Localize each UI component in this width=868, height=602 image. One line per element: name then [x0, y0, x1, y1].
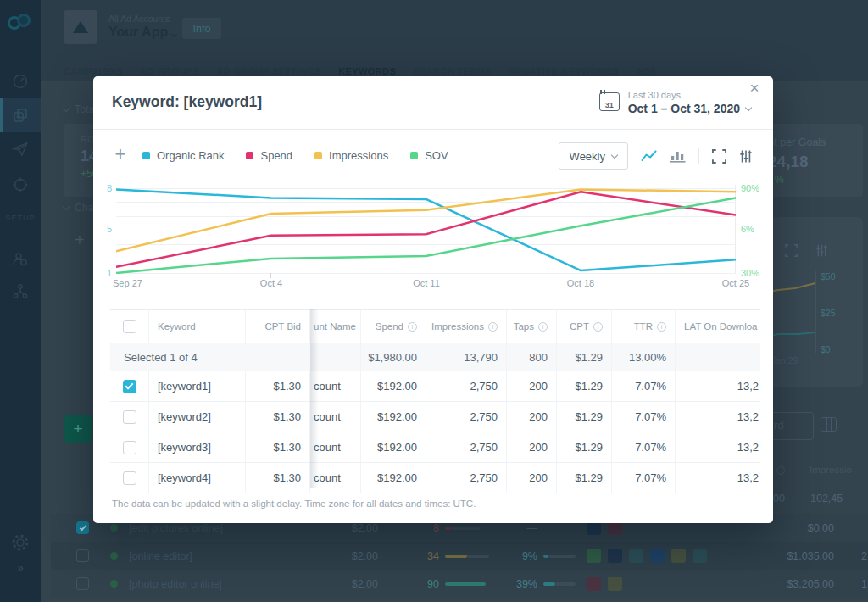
keyword-cell: [keyword4] — [149, 463, 246, 493]
account-name-cell: count — [310, 402, 361, 432]
cpt-cell: $1.29 — [557, 371, 612, 401]
x-axis-label: Oct 11 — [401, 278, 452, 288]
cpt-cell: $1.29 — [557, 463, 612, 493]
legend-swatch — [410, 152, 418, 159]
legend-swatch — [246, 152, 253, 159]
ttr-cell: 7.07% — [612, 432, 676, 462]
chevron-down-icon — [611, 151, 618, 158]
column-header-account-name[interactable]: unt Name — [310, 310, 361, 343]
table-row[interactable]: [keyword4] $1.30 count $192.00 2,750 200… — [110, 463, 760, 493]
x-axis-label: Oct 18 — [555, 278, 606, 288]
right-axis-tick: 6% — [741, 224, 754, 234]
legend-item-sov[interactable]: SOV — [410, 149, 448, 162]
ttr-cell: 7.07% — [612, 463, 676, 493]
right-axis-tick: 90% — [741, 183, 760, 193]
lat-cell: 13,2 — [676, 402, 760, 432]
legend-swatch — [314, 152, 322, 159]
modal-keywords-table: Keyword CPT Bid unt Name Spend Impressio… — [110, 309, 760, 493]
summary-lat — [676, 343, 760, 371]
column-header-cpt-bid[interactable]: CPT Bid — [246, 310, 310, 343]
summary-taps: 800 — [507, 343, 557, 371]
table-row[interactable]: [keyword3] $1.30 count $192.00 2,750 200… — [110, 432, 760, 463]
table-summary-row: Selected 1 of 4 $1,980.00 13,790 800 $1.… — [110, 343, 760, 371]
left-axis-tick: 8 — [93, 183, 112, 193]
row-checkbox[interactable] — [123, 380, 136, 393]
column-header-spend[interactable]: Spend — [361, 310, 426, 343]
right-axis-tick: 30% — [741, 268, 760, 278]
spend-cell: $192.00 — [361, 432, 426, 462]
keyword-cell: [keyword3] — [149, 432, 246, 462]
table-row[interactable]: [keyword2] $1.30 count $192.00 2,750 200… — [110, 402, 760, 432]
taps-cell: 200 — [507, 371, 557, 401]
taps-cell: 200 — [507, 432, 557, 462]
summary-cpt: $1.29 — [557, 343, 612, 371]
impressions-cell: 2,750 — [426, 402, 507, 432]
summary-ttr: 13.00% — [612, 343, 676, 371]
impressions-cell: 2,750 — [426, 371, 507, 401]
x-axis-label: Sep 27 — [113, 278, 155, 288]
column-header-taps[interactable]: Taps — [507, 310, 557, 343]
spend-cell: $192.00 — [361, 371, 426, 401]
column-header-cpt[interactable]: CPT — [557, 310, 612, 343]
modal-title: Keyword: [keyword1] — [112, 93, 262, 111]
date-preset-label: Last 30 days — [628, 90, 751, 100]
timeseries-chart[interactable] — [116, 185, 736, 274]
divider — [698, 148, 699, 164]
lat-cell: 13,2 — [676, 432, 760, 462]
keyword-cell: [keyword2] — [149, 402, 246, 432]
add-metric-button[interactable]: + — [108, 142, 132, 166]
lat-cell: 13,2 — [676, 463, 760, 493]
cpt-bid-cell: $1.30 — [246, 432, 310, 462]
left-axis-tick: 5 — [93, 224, 112, 234]
info-icon — [538, 322, 548, 332]
keyword-detail-modal: Keyword: [keyword1] × 31 Last 30 days Oc… — [93, 76, 773, 523]
line-chart-icon[interactable] — [641, 150, 657, 163]
row-checkbox[interactable] — [123, 471, 136, 485]
chevron-down-icon — [745, 103, 752, 110]
lat-cell: 13,2 — [676, 371, 760, 401]
chart-controls: Weekly — [559, 142, 753, 170]
info-icon — [488, 322, 498, 332]
taps-cell: 200 — [507, 463, 557, 493]
column-header-lat-on-downloads[interactable]: LAT On Downloa — [676, 310, 760, 343]
ttr-cell: 7.07% — [612, 402, 676, 432]
bar-chart-icon[interactable] — [670, 149, 686, 163]
taps-cell: 200 — [507, 402, 557, 432]
row-checkbox[interactable] — [123, 441, 136, 454]
legend-item-spend[interactable]: Spend — [246, 149, 292, 162]
account-name-cell: count — [310, 463, 361, 493]
cpt-bid-cell: $1.30 — [246, 371, 310, 401]
spend-cell: $192.00 — [361, 463, 426, 493]
column-header-impressions[interactable]: Impressions — [426, 310, 507, 343]
legend-swatch — [142, 152, 150, 159]
table-row[interactable]: [keyword1] $1.30 count $192.00 2,750 200… — [110, 371, 760, 402]
impressions-cell: 2,750 — [426, 432, 507, 462]
fullscreen-icon[interactable] — [712, 149, 726, 164]
app-root: All Ad Accounts Your App Info CAMPAIGNS … — [0, 0, 868, 602]
data-delay-footnote: The data can be updated with a slight de… — [112, 499, 476, 509]
summary-impressions: 13,790 — [426, 343, 507, 371]
date-range-picker[interactable]: 31 Last 30 days Oct 1 – Oct 31, 2020 — [599, 90, 751, 115]
row-checkbox[interactable] — [123, 410, 136, 424]
chart-legend: Organic Rank Spend Impressions SOV — [142, 149, 448, 162]
table-header-row: Keyword CPT Bid unt Name Spend Impressio… — [110, 310, 760, 343]
divider — [93, 129, 773, 130]
x-axis-label: Oct 4 — [246, 278, 297, 288]
account-name-cell: count — [310, 371, 361, 401]
ttr-cell: 7.07% — [612, 371, 676, 401]
period-select[interactable]: Weekly — [559, 142, 628, 170]
spend-cell: $192.00 — [361, 402, 426, 432]
calendar-icon: 31 — [599, 92, 620, 111]
cpt-bid-cell: $1.30 — [246, 402, 310, 432]
info-icon — [408, 322, 417, 332]
x-axis-label: Oct 25 — [710, 278, 761, 288]
column-header-ttr[interactable]: TTR — [612, 310, 676, 343]
info-icon — [657, 322, 666, 332]
legend-item-impressions[interactable]: Impressions — [314, 149, 388, 162]
sliders-icon[interactable] — [739, 149, 753, 164]
column-header-keyword[interactable]: Keyword — [149, 310, 246, 343]
left-axis-tick: 1 — [93, 268, 112, 278]
select-all-checkbox[interactable] — [110, 310, 149, 343]
info-icon — [593, 322, 603, 332]
legend-item-organic-rank[interactable]: Organic Rank — [142, 149, 224, 162]
